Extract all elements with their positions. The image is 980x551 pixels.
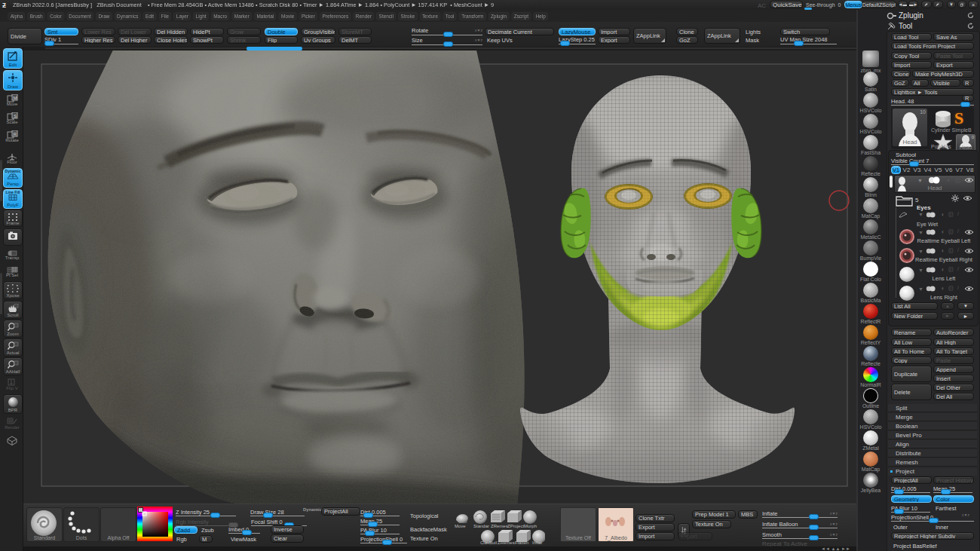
svg-text:ZRemes: ZRemes (491, 524, 508, 528)
svg-text:ZRemes: ZRemes (498, 540, 515, 544)
svg-text:Morph: Morph (524, 524, 537, 528)
svg-text:ClayBuil: ClayBuil (480, 540, 497, 544)
svg-text:Standar: Standar (473, 524, 489, 528)
svg-text:S: S (14, 114, 17, 118)
svg-text:ZProject: ZProject (507, 524, 525, 528)
svg-text:M: M (14, 96, 17, 100)
svg-text:Move: Move (455, 524, 466, 528)
svg-text:R: R (14, 132, 17, 136)
svg-text:Inflat: Inflat (532, 540, 542, 544)
svg-text:Flatten: Flatten (515, 540, 528, 544)
